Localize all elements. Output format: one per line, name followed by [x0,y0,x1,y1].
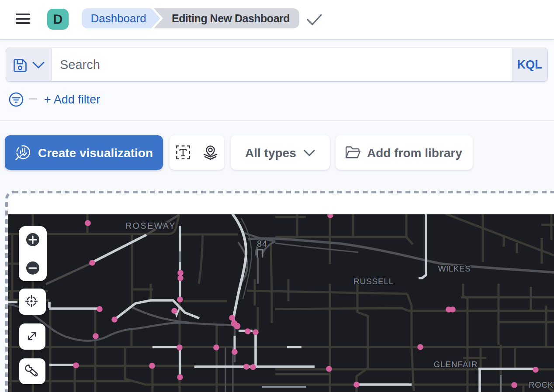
svg-text:Dashboard: Dashboard [90,12,146,25]
svg-text:Editing New Dashboard: Editing New Dashboard [172,12,290,24]
